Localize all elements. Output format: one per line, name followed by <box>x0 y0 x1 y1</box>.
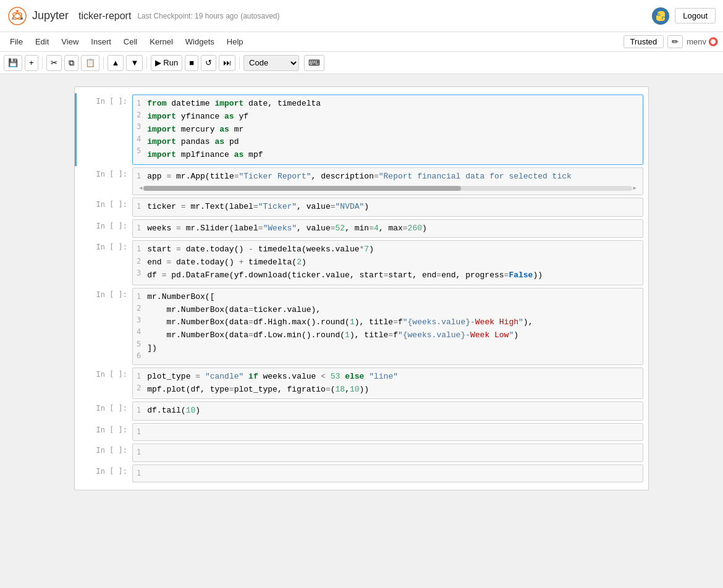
svg-point-5 <box>20 17 23 20</box>
restart-button[interactable]: ↺ <box>201 55 216 71</box>
cell-7-line-numbers: 12 <box>137 371 141 397</box>
menu-cell[interactable]: Cell <box>119 35 142 49</box>
cell-3-line-numbers: 1 <box>137 201 141 214</box>
kernel-name: menv <box>687 37 706 46</box>
cell-7-content: plot_type = "candle" if weeks.value < 53… <box>147 371 398 397</box>
cell-9: In [ ]: 1 <box>75 422 648 442</box>
cell-2-prompt: In [ ]: <box>77 167 132 178</box>
svg-point-4 <box>12 17 14 20</box>
menu-widgets[interactable]: Widgets <box>180 35 219 49</box>
cell-2-scrollbar[interactable]: ◀ ▶ <box>137 185 639 192</box>
cell-3-content: ticker = mr.Text(label="Ticker", value="… <box>147 201 369 214</box>
cell-10-code: 1 <box>137 447 639 458</box>
cell-6-content: mr.NumberBox([ mr.NumberBox(data=ticker.… <box>147 291 533 362</box>
cell-4-content: weeks = mr.Slider(label="Weeks", value=5… <box>147 222 427 235</box>
cell-3-input[interactable]: 1 ticker = mr.Text(label="Ticker", value… <box>132 198 643 217</box>
cell-7-prompt: In [ ]: <box>77 368 132 379</box>
cell-6-prompt: In [ ]: <box>77 288 132 299</box>
separator-4 <box>239 57 240 69</box>
jupyter-label: Jupyter <box>32 9 69 22</box>
cell-6-input[interactable]: 123456 mr.NumberBox([ mr.NumberBox(data=… <box>132 288 643 365</box>
cell-11-prompt: In [ ]: <box>77 464 132 476</box>
menu-view[interactable]: View <box>56 35 83 49</box>
cell-3-code: 1 ticker = mr.Text(label="Ticker", value… <box>137 201 639 214</box>
run-icon: ▶ <box>155 58 161 67</box>
cell-1-input[interactable]: 12345 from datetime import date, timedel… <box>132 94 643 165</box>
python-logo <box>651 7 670 25</box>
menu-help[interactable]: Help <box>222 35 248 49</box>
cell-8-content: df.tail(10) <box>147 405 200 418</box>
topbar: Jupyter ticker-report Last Checkpoint: 1… <box>0 0 723 32</box>
run-button[interactable]: ▶ Run <box>151 55 182 71</box>
scroll-track[interactable] <box>143 186 632 191</box>
cell-5-input[interactable]: 123 start = date.today() - timedelta(wee… <box>132 240 643 285</box>
cell-5: In [ ]: 123 start = date.today() - timed… <box>75 239 648 286</box>
cell-type-select[interactable]: Code Markdown Raw NBConvert Heading <box>243 55 299 71</box>
svg-point-7 <box>658 13 659 14</box>
copy-button[interactable]: ⧉ <box>64 55 78 71</box>
jupyter-logo <box>7 6 27 26</box>
notebook-title: ticker-report <box>78 10 131 22</box>
cell-10-input[interactable]: 1 <box>132 443 643 461</box>
kernel-spinner: ⭕ <box>708 37 718 46</box>
cell-3: In [ ]: 1 ticker = mr.Text(label="Ticker… <box>75 196 648 218</box>
cell-4-line-numbers: 1 <box>137 222 141 235</box>
cell-7-input[interactable]: 12 plot_type = "candle" if weeks.value <… <box>132 368 643 400</box>
cell-1-line-numbers: 12345 <box>137 98 141 162</box>
checkpoint-info: Last Checkpoint: 19 hours ago <box>137 12 238 20</box>
cell-11-line-numbers: 1 <box>137 468 141 479</box>
cell-11-code: 1 <box>137 468 639 479</box>
trusted-area: Trusted ✏ menv ⭕ <box>624 35 718 48</box>
cell-2-input[interactable]: 1 app = mr.App(title="Ticker Report", de… <box>132 167 643 195</box>
menubar: File Edit View Insert Cell Kernel Widget… <box>0 32 723 52</box>
interrupt-button[interactable]: ■ <box>185 55 198 71</box>
cell-6-code: 123456 mr.NumberBox([ mr.NumberBox(data=… <box>137 291 639 362</box>
separator-3 <box>146 57 147 69</box>
cell-9-code: 1 <box>137 426 639 438</box>
cell-5-line-numbers: 123 <box>137 243 141 282</box>
cell-2: In [ ]: 1 app = mr.App(title="Ticker Rep… <box>75 166 648 196</box>
separator-2 <box>103 57 104 69</box>
menu-insert[interactable]: Insert <box>86 35 116 49</box>
restart-run-button[interactable]: ⏭ <box>219 55 235 71</box>
cell-5-code: 123 start = date.today() - timedelta(wee… <box>137 243 639 282</box>
trusted-button[interactable]: Trusted <box>624 35 664 48</box>
cell-8-input[interactable]: 1 df.tail(10) <box>132 401 643 421</box>
paste-button[interactable]: 📋 <box>81 55 99 71</box>
cell-10-line-numbers: 1 <box>137 447 141 458</box>
cell-11: In [ ]: 1 <box>75 463 648 484</box>
cell-11-input[interactable]: 1 <box>132 464 643 482</box>
cell-8-line-numbers: 1 <box>137 405 141 418</box>
scroll-right-arrow[interactable]: ▶ <box>632 185 638 191</box>
menu-edit[interactable]: Edit <box>30 35 54 49</box>
move-down-button[interactable]: ▼ <box>126 55 143 71</box>
cell-4-input[interactable]: 1 weeks = mr.Slider(label="Weeks", value… <box>132 219 643 238</box>
menu-kernel[interactable]: Kernel <box>145 35 178 49</box>
keyboard-shortcuts-button[interactable]: ⌨ <box>304 55 324 71</box>
toolbar: 💾 + ✂ ⧉ 📋 ▲ ▼ ▶ Run ■ ↺ ⏭ Code Markdown … <box>0 52 723 74</box>
scroll-left-arrow[interactable]: ◀ <box>138 185 143 191</box>
cell-5-prompt: In [ ]: <box>77 240 132 251</box>
save-button[interactable]: 💾 <box>4 55 22 71</box>
notebook-container: In [ ]: 12345 from datetime import date,… <box>74 86 649 490</box>
svg-point-8 <box>662 18 663 19</box>
menu-file[interactable]: File <box>5 35 28 49</box>
cell-9-line-numbers: 1 <box>137 426 141 438</box>
edit-metadata-button[interactable]: ✏ <box>667 35 683 48</box>
cell-7: In [ ]: 12 plot_type = "candle" if weeks… <box>75 366 648 401</box>
cell-1-content: from datetime import date, timedelta imp… <box>147 98 321 162</box>
add-cell-button[interactable]: + <box>25 55 38 71</box>
move-up-button[interactable]: ▲ <box>108 55 124 71</box>
cell-4-prompt: In [ ]: <box>77 219 132 230</box>
autosaved-text: (autosaved) <box>240 12 279 20</box>
cell-8-code: 1 df.tail(10) <box>137 405 639 418</box>
cell-2-code: 1 app = mr.App(title="Ticker Report", de… <box>137 170 639 183</box>
logout-button[interactable]: Logout <box>675 8 716 23</box>
cut-button[interactable]: ✂ <box>46 55 62 71</box>
top-right: Logout <box>651 7 716 25</box>
cell-9-input[interactable]: 1 <box>132 423 643 441</box>
cell-2-content: app = mr.App(title="Ticker Report", desc… <box>147 170 572 183</box>
cell-2-line-numbers: 1 <box>137 170 141 183</box>
cell-1-code: 12345 from datetime import date, timedel… <box>137 98 639 162</box>
notebook: In [ ]: 12345 from datetime import date,… <box>0 74 723 588</box>
